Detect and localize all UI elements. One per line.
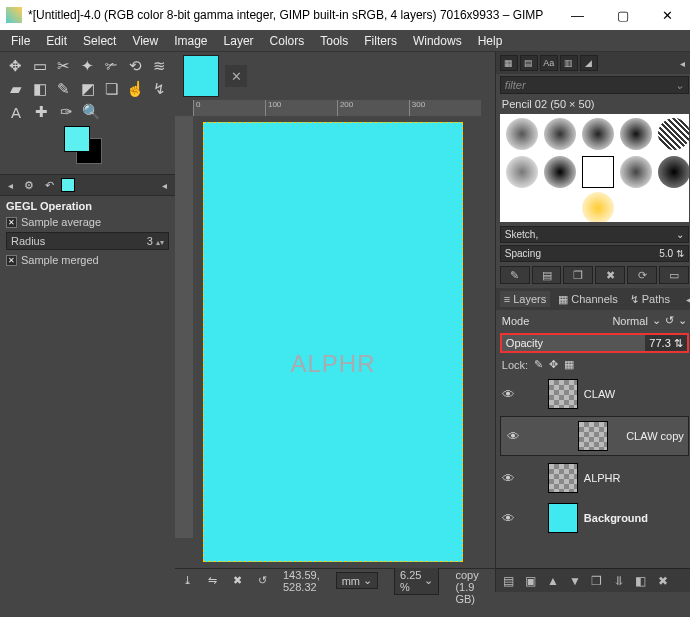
layer-thumbnail[interactable] — [548, 379, 578, 409]
dock-expand-icon[interactable]: ◂ — [676, 58, 689, 69]
link-toggle[interactable] — [524, 469, 542, 487]
link-toggle[interactable] — [524, 509, 542, 527]
path-tool-icon[interactable]: ↯ — [150, 79, 169, 99]
menu-file[interactable]: File — [4, 32, 37, 50]
image-thumbnail[interactable] — [183, 55, 219, 97]
lock-alpha-icon[interactable]: ▦ — [564, 358, 574, 371]
layer-thumbnail[interactable] — [548, 503, 578, 533]
menu-windows[interactable]: Windows — [406, 32, 469, 50]
raise-layer-icon[interactable]: ▲ — [544, 572, 562, 590]
open-brush-icon[interactable]: ▭ — [659, 266, 689, 284]
brush-spacing-field[interactable]: Spacing 5.0 ⇅ — [500, 245, 689, 262]
delete-layer-icon[interactable]: ✖ — [654, 572, 672, 590]
brush-item[interactable] — [620, 118, 652, 150]
layer-row[interactable]: 👁 CLAW copy — [500, 416, 689, 456]
color-swatches[interactable] — [64, 126, 108, 170]
color-picker-tool-icon[interactable]: ✑ — [56, 102, 76, 122]
duplicate-layer-icon[interactable]: ❐ — [588, 572, 606, 590]
radius-field[interactable]: Radius 3 ▴▾ — [6, 232, 169, 250]
revert-icon[interactable]: ⇋ — [200, 574, 225, 587]
eraser-tool-icon[interactable]: ◩ — [78, 79, 97, 99]
visibility-toggle-icon[interactable]: 👁 — [500, 385, 518, 403]
opacity-slider[interactable]: Opacity 77.3 ⇅ — [500, 333, 689, 353]
menu-tools[interactable]: Tools — [313, 32, 355, 50]
zoom-tool-icon[interactable]: 🔍 — [81, 102, 101, 122]
menu-filters[interactable]: Filters — [357, 32, 404, 50]
mode-chevron-icon[interactable]: ⌄ — [678, 314, 687, 327]
edit-brush-icon[interactable]: ✎ — [500, 266, 530, 284]
reset-icon[interactable]: ↺ — [250, 574, 275, 587]
spinner-icon[interactable]: ▴▾ — [156, 238, 164, 247]
tab-layers[interactable]: ≡Layers — [500, 291, 550, 307]
brush-preset-dropdown[interactable]: Sketch, ⌄ — [500, 226, 689, 243]
brush-item[interactable] — [658, 118, 689, 150]
history-tab-icon[interactable]: ▥ — [560, 55, 578, 71]
dock-expand-icon[interactable]: ◂ — [682, 294, 690, 305]
layer-row[interactable]: 👁 Background — [496, 498, 690, 538]
move-tool-icon[interactable]: ✥ — [6, 56, 25, 76]
brush-item[interactable] — [620, 156, 652, 188]
close-image-button[interactable]: ✕ — [225, 65, 247, 87]
brush-item-selected[interactable] — [582, 156, 614, 188]
fonts-tab-icon[interactable]: Aa — [540, 55, 558, 71]
layer-row[interactable]: 👁 CLAW — [496, 374, 690, 414]
link-toggle[interactable] — [541, 427, 559, 445]
bucket-tool-icon[interactable]: ▰ — [6, 79, 25, 99]
dock-menu-icon[interactable]: ◂ — [4, 180, 17, 191]
ruler-vertical[interactable] — [175, 116, 193, 538]
menu-colors[interactable]: Colors — [263, 32, 312, 50]
smudge-tool-icon[interactable]: ☝ — [126, 79, 145, 99]
duplicate-brush-icon[interactable]: ❐ — [563, 266, 593, 284]
lower-layer-icon[interactable]: ▼ — [566, 572, 584, 590]
zoom-dropdown[interactable]: 6.25 %⌄ — [394, 567, 439, 595]
visibility-toggle-icon[interactable]: 👁 — [500, 469, 518, 487]
sample-average-checkbox[interactable]: ✕ — [6, 217, 17, 228]
ruler-horizontal[interactable]: 0 100 200 300 — [193, 100, 481, 116]
menu-view[interactable]: View — [125, 32, 165, 50]
brush-filter-input[interactable]: filter ⌄ — [500, 76, 689, 94]
clone-tool-icon[interactable]: ❏ — [102, 79, 121, 99]
fg-color-tab-icon[interactable] — [61, 178, 75, 192]
close-button[interactable]: ✕ — [645, 0, 690, 30]
lock-position-icon[interactable]: ✥ — [549, 358, 558, 371]
transform-tool-icon[interactable]: ⟲ — [126, 56, 145, 76]
tab-paths[interactable]: ↯Paths — [626, 291, 674, 308]
canvas[interactable]: ALPHR — [193, 116, 481, 538]
new-group-icon[interactable]: ▣ — [522, 572, 540, 590]
crop-tool-icon[interactable]: ✃ — [102, 56, 121, 76]
menu-edit[interactable]: Edit — [39, 32, 74, 50]
gradients-tab-icon[interactable]: ◢ — [580, 55, 598, 71]
dock-expand-icon[interactable]: ◂ — [158, 180, 171, 191]
free-select-tool-icon[interactable]: ✂ — [54, 56, 73, 76]
gradient-tool-icon[interactable]: ◧ — [30, 79, 49, 99]
minimize-button[interactable]: — — [555, 0, 600, 30]
brush-item[interactable] — [582, 192, 614, 222]
brush-item[interactable] — [506, 118, 538, 150]
fuzzy-select-tool-icon[interactable]: ✦ — [78, 56, 97, 76]
tool-options-tab-icon[interactable]: ⚙ — [21, 177, 37, 193]
layer-name[interactable]: ALPHR — [584, 472, 621, 484]
mode-switch-icon[interactable]: ↺ — [665, 314, 674, 327]
visibility-toggle-icon[interactable]: 👁 — [500, 509, 518, 527]
menu-select[interactable]: Select — [76, 32, 123, 50]
page[interactable]: ALPHR — [203, 122, 463, 562]
patterns-tab-icon[interactable]: ▤ — [520, 55, 538, 71]
pencil-tool-icon[interactable]: ✎ — [54, 79, 73, 99]
menu-layer[interactable]: Layer — [217, 32, 261, 50]
menu-help[interactable]: Help — [471, 32, 510, 50]
brush-item[interactable] — [582, 118, 614, 150]
delete-icon[interactable]: ✖ — [225, 574, 250, 587]
layer-name[interactable]: Background — [584, 512, 648, 524]
healing-tool-icon[interactable]: ✚ — [31, 102, 51, 122]
maximize-button[interactable]: ▢ — [600, 0, 645, 30]
text-tool-icon[interactable]: A — [6, 102, 26, 122]
sample-merged-checkbox[interactable]: ✕ — [6, 255, 17, 266]
save-icon[interactable]: ⤓ — [175, 574, 200, 587]
delete-brush-icon[interactable]: ✖ — [595, 266, 625, 284]
new-brush-icon[interactable]: ▤ — [532, 266, 562, 284]
brush-item[interactable] — [506, 156, 538, 188]
link-toggle[interactable] — [524, 385, 542, 403]
layer-row[interactable]: 👁 ALPHR — [496, 458, 690, 498]
visibility-toggle-icon[interactable]: 👁 — [505, 427, 523, 445]
unit-dropdown[interactable]: mm⌄ — [336, 572, 378, 589]
